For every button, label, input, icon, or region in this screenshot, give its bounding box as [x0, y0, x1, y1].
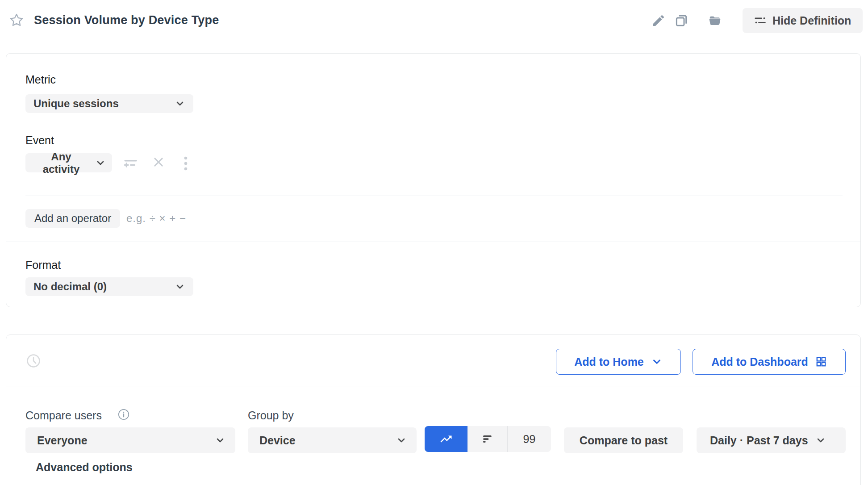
favorite-star-icon[interactable] — [9, 13, 24, 28]
hide-definition-button[interactable]: Hide Definition — [743, 8, 863, 33]
event-value: Any activity — [33, 151, 90, 176]
add-operator-button[interactable]: Add an operator — [25, 209, 120, 228]
chevron-down-icon — [651, 356, 663, 368]
add-operator-label: Add an operator — [34, 212, 111, 225]
metric-value: Unique sessions — [33, 97, 119, 110]
clock-icon[interactable] — [26, 353, 41, 368]
page-title: Session Volume by Device Type — [34, 13, 219, 27]
folder-icon[interactable] — [708, 13, 722, 28]
chart-controls-card: Add to Home Add to Dashboard Compare use… — [6, 334, 861, 485]
series-count-control[interactable]: 99 — [507, 426, 551, 452]
format-label: Format — [25, 259, 61, 272]
line-chart-toggle[interactable] — [425, 426, 467, 452]
add-filter-icon[interactable] — [123, 155, 139, 171]
chevron-down-icon — [175, 281, 185, 292]
chevron-down-icon — [95, 158, 106, 168]
duplicate-icon[interactable] — [674, 13, 689, 28]
add-to-dashboard-button[interactable]: Add to Dashboard — [693, 349, 846, 375]
metric-label: Metric — [25, 73, 56, 86]
compare-users-value: Everyone — [37, 434, 88, 447]
dashboard-grid-icon — [815, 356, 827, 368]
chevron-down-icon — [175, 98, 185, 109]
kebab-menu-icon[interactable] — [183, 155, 188, 171]
bar-chart-icon — [481, 432, 494, 446]
advanced-options-link[interactable]: Advanced options — [36, 461, 133, 474]
format-section-divider — [6, 242, 860, 242]
series-count-value: 99 — [523, 433, 536, 446]
date-range-dropdown[interactable]: Daily · Past 7 days — [697, 427, 846, 453]
line-chart-icon — [439, 432, 453, 446]
group-by-dropdown[interactable]: Device — [248, 427, 417, 453]
chevron-down-icon — [215, 435, 225, 446]
format-value: No decimal (0) — [33, 280, 107, 293]
compare-users-label: Compare users — [25, 409, 102, 422]
chevron-down-icon — [815, 435, 826, 446]
compare-users-dropdown[interactable]: Everyone — [25, 427, 235, 453]
definition-card: Metric Unique sessions Event Any activit… — [6, 53, 861, 307]
add-to-home-button[interactable]: Add to Home — [556, 349, 681, 375]
chevron-down-icon — [396, 435, 407, 446]
event-label: Event — [25, 134, 54, 147]
add-to-home-label: Add to Home — [574, 355, 644, 368]
controls-divider — [6, 386, 860, 386]
event-dropdown[interactable]: Any activity — [25, 153, 112, 172]
chart-type-toggle: 99 — [425, 426, 551, 452]
compare-to-past-button[interactable]: Compare to past — [564, 427, 683, 453]
metric-dropdown[interactable]: Unique sessions — [25, 94, 193, 113]
date-range-value: Daily · Past 7 days — [710, 434, 808, 447]
info-icon[interactable] — [117, 408, 130, 421]
group-by-label: Group by — [248, 409, 294, 422]
compare-to-past-label: Compare to past — [580, 434, 668, 447]
operator-hint: e.g. ÷ × + − — [126, 212, 186, 225]
definition-toggle-icon — [754, 15, 766, 27]
format-dropdown[interactable]: No decimal (0) — [25, 277, 193, 296]
group-by-value: Device — [259, 434, 296, 447]
edit-icon[interactable] — [651, 13, 666, 28]
clear-event-icon[interactable] — [152, 155, 165, 171]
formula-divider — [25, 196, 843, 196]
add-to-dashboard-label: Add to Dashboard — [711, 355, 808, 368]
bar-chart-toggle[interactable] — [467, 426, 507, 452]
hide-definition-label: Hide Definition — [772, 14, 851, 27]
metric-editor-screen: Session Volume by Device Type Hide Defin… — [0, 0, 868, 485]
